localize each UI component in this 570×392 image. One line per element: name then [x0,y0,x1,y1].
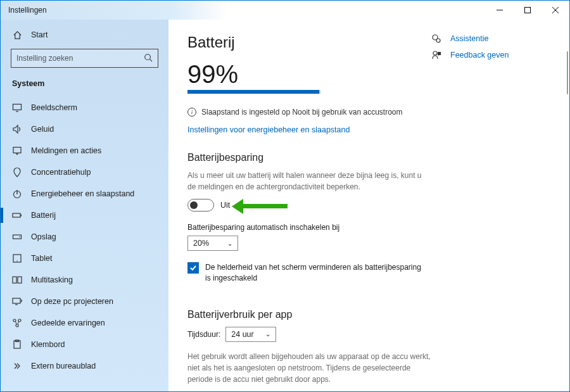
dim-checkbox-label: De helderheid van het scherm verminderen… [205,262,428,284]
auto-threshold-label: Batterijbesparing automatisch inschakele… [187,223,431,232]
remote-icon [12,361,22,371]
svg-point-14 [13,319,16,322]
chevron-down-icon: ⌄ [227,240,232,247]
svg-rect-12 [18,277,22,283]
sidebar-item-energie[interactable]: Energiebeheer en slaapstand [1,183,168,205]
storage-icon [12,232,22,242]
svg-rect-0 [525,8,531,13]
help-feedback-label: Feedback geven [450,51,509,60]
notifications-icon [12,146,22,156]
sidebar-item-label: Beeldscherm [31,103,77,112]
titlebar: Instellingen [1,1,569,20]
sidebar-item-label: Gedeelde ervaringen [31,319,105,327]
sidebar-item-extern[interactable]: Extern bureaublad [1,355,168,377]
maximize-button[interactable] [514,1,542,20]
power-icon [12,189,22,199]
svg-rect-3 [13,148,21,153]
sidebar-item-label: Opslag [31,232,56,241]
section-usage-header: Batterijverbruik per app [187,309,431,320]
project-icon [12,296,22,307]
power-sleep-link[interactable]: Instellingen voor energiebeheer en slaap… [187,125,350,134]
svg-point-1 [145,54,151,60]
sidebar-item-beeldscherm[interactable]: Beeldscherm [1,97,168,118]
sidebar-item-meldingen[interactable]: Meldingen en acties [1,140,168,161]
svg-rect-6 [21,215,22,217]
sidebar-item-label: Extern bureaublad [31,362,96,370]
auto-threshold-value: 20% [193,239,209,248]
section-saver-header: Batterijbesparing [187,152,431,163]
tablet-icon [12,253,22,263]
close-button[interactable] [542,1,569,20]
sidebar-item-label: Multitasking [31,275,73,284]
search-input[interactable] [16,54,144,63]
svg-point-21 [433,51,437,55]
sidebar-item-label: Op deze pc projecteren [31,297,113,306]
duration-label: Tijdsduur: [187,330,220,339]
clipboard-icon [12,339,22,350]
svg-point-15 [18,319,21,322]
svg-rect-5 [13,213,20,217]
sidebar: Start Systeem Beeldscherm Geluid Me [1,20,168,391]
window-title: Instellingen [8,6,47,15]
battery-progress-bar [187,90,320,94]
svg-point-20 [436,39,440,42]
sidebar-section-label: Systeem [1,74,168,97]
saver-toggle[interactable] [187,199,214,212]
usage-note: Het gebruik wordt alleen bijgehouden als… [187,351,431,385]
sidebar-item-concentratie[interactable]: Concentratiehulp [1,161,168,183]
sidebar-item-projecteren[interactable]: Op deze pc projecteren [1,291,168,312]
sidebar-item-label: Meldingen en acties [31,146,101,155]
minimize-button[interactable] [486,1,514,20]
svg-point-16 [16,324,18,327]
battery-icon [12,210,22,220]
sidebar-item-label: Batterij [31,211,56,220]
sidebar-item-batterij[interactable]: Batterij [1,205,168,226]
display-icon [12,103,22,113]
info-icon: i [187,108,196,117]
sidebar-item-opslag[interactable]: Opslag [1,226,168,248]
dim-checkbox[interactable] [187,262,199,274]
help-feedback-link[interactable]: Feedback geven [431,50,545,60]
search-icon [144,53,153,64]
chevron-down-icon: ⌄ [265,331,270,338]
svg-point-10 [16,260,17,261]
duration-select[interactable]: 24 uur ⌄ [225,327,276,342]
shared-icon [12,318,22,328]
sidebar-item-gedeelde[interactable]: Gedeelde ervaringen [1,312,168,334]
search-box[interactable] [11,49,158,68]
focus-icon [12,167,22,177]
svg-rect-13 [13,298,20,303]
home-icon [12,30,22,40]
auto-threshold-select[interactable]: 20% ⌄ [187,236,238,251]
sidebar-item-multitasking[interactable]: Multitasking [1,269,168,291]
content-area: Batterij 99% i Slaapstand is ingesteld o… [168,20,569,391]
sidebar-item-klembord[interactable]: Klembord [1,334,168,355]
sidebar-item-geluid[interactable]: Geluid [1,118,168,140]
sidebar-home[interactable]: Start [1,26,168,44]
sidebar-item-label: Klembord [31,340,65,349]
sidebar-item-tablet[interactable]: Tablet [1,248,168,269]
duration-value: 24 uur [231,330,253,339]
help-assist-link[interactable]: Assistentie [431,34,545,44]
assist-icon [431,34,443,44]
help-assist-label: Assistentie [450,34,488,43]
saver-toggle-label: Uit [220,201,230,210]
battery-percent: 99% [187,60,431,89]
svg-point-8 [19,236,20,237]
sidebar-item-label: Geluid [31,125,54,134]
sound-icon [12,124,22,134]
sleep-info: i Slaapstand is ingesteld op Nooit bij g… [187,108,431,117]
feedback-icon [431,50,443,60]
saver-desc: Als u meer uit uw batterij wilt halen wa… [187,170,422,193]
sidebar-item-label: Tablet [31,254,52,263]
scrollbar[interactable] [567,51,568,94]
svg-rect-2 [13,104,22,110]
svg-rect-11 [13,277,16,283]
sleep-info-text: Slaapstand is ingesteld op Nooit bij geb… [201,108,403,117]
sidebar-item-label: Concentratiehulp [31,168,91,177]
multitasking-icon [12,275,22,285]
page-title: Batterij [187,34,431,51]
sidebar-item-label: Energiebeheer en slaapstand [31,189,134,198]
sidebar-home-label: Start [31,30,48,39]
